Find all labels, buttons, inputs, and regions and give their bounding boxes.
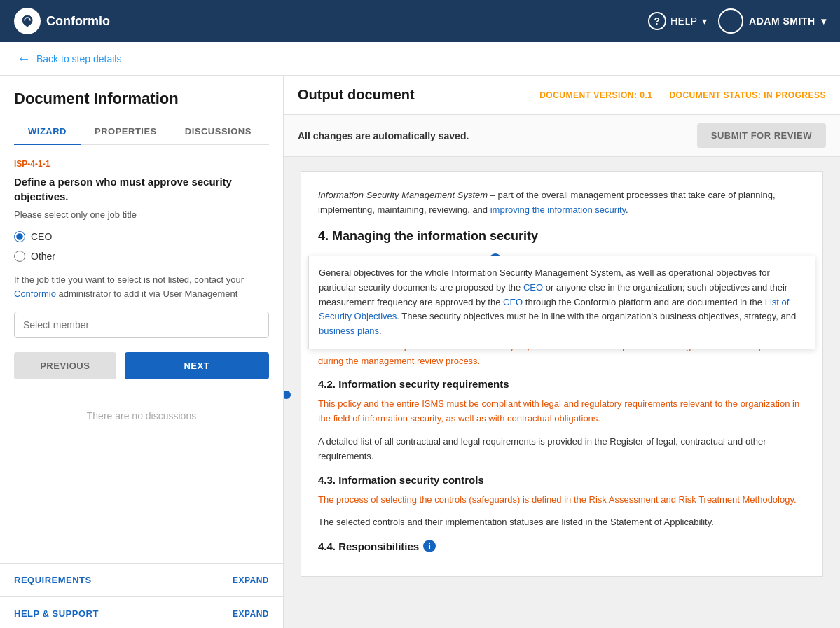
output-doc-title: Output document: [298, 87, 415, 103]
right-panel-header: Output document DOCUMENT VERSION: 0.1 DO…: [284, 76, 840, 115]
section4-heading: 4. Managing the information security: [318, 229, 806, 244]
section43-heading: 4.3. Information security controls: [318, 474, 806, 486]
list-link: List of Security Objectives: [319, 297, 789, 322]
doc-meta: DOCUMENT VERSION: 0.1 DOCUMENT STATUS: I…: [539, 90, 826, 100]
radio-group: CEO Other: [14, 231, 269, 262]
requirements-expand: EXPAND: [233, 575, 269, 585]
conformio-link[interactable]: Conformio: [14, 288, 56, 299]
doc-status: DOCUMENT STATUS: IN PROGRESS: [669, 90, 826, 100]
back-arrow-icon[interactable]: ←: [17, 50, 31, 67]
help-chevron-icon: ▾: [702, 15, 708, 27]
ceo-link1: CEO: [523, 282, 543, 293]
para3-text: This policy and the entire ISMS must be …: [318, 397, 806, 426]
help-circle-icon: ?: [648, 12, 666, 30]
wizard-buttons: PREVIOUS NEXT: [14, 352, 269, 379]
help-button[interactable]: ? HELP ▾: [648, 12, 707, 30]
doc-intro-text: Information Security Management System –…: [318, 188, 806, 218]
business-plans-link: business plans: [319, 326, 379, 336]
user-name: ADAM SMITH: [749, 15, 815, 27]
doc-version: DOCUMENT VERSION: 0.1: [539, 90, 652, 100]
step-instruction: Please select only one job title: [14, 209, 269, 220]
step-question: Define a person who must approve securit…: [14, 174, 269, 204]
logo-text: Conformio: [46, 14, 110, 29]
section44-info-icon[interactable]: i: [423, 540, 436, 552]
doc-status-label: DOCUMENT STATUS:: [669, 90, 761, 100]
improving-link[interactable]: improving the information security: [490, 204, 626, 215]
doc-toolbar: All changes are automatically saved. SUB…: [284, 115, 840, 157]
doc-version-value: 0.1: [640, 90, 652, 100]
submit-for-review-button[interactable]: SUBMIT FOR REVIEW: [697, 123, 826, 148]
main-header: Conformio ? HELP ▾ ADAM SMITH ▾: [0, 0, 840, 42]
doc-status-value: IN PROGRESS: [764, 90, 826, 100]
help-support-section[interactable]: HELP & SUPPORT EXPAND: [0, 596, 283, 628]
section44-heading: 4.4. Responsibilities i: [318, 540, 806, 552]
requirements-label: REQUIREMENTS: [14, 575, 92, 585]
radio-other[interactable]: Other: [14, 251, 269, 262]
para4-text: A detailed list of all contractual and l…: [318, 435, 806, 464]
para6-text: The selected controls and their implemen…: [318, 515, 806, 530]
next-button[interactable]: NEXT: [125, 352, 269, 379]
doc-inner: Information Security Management System –…: [301, 171, 823, 577]
logo-icon: [14, 8, 41, 34]
no-discussions-text: There are no discussions: [14, 396, 269, 435]
wizard-content: ISP-4-1-1 Define a person who must appro…: [0, 145, 283, 563]
help-support-expand: EXPAND: [233, 609, 269, 619]
section-indicator: [284, 391, 291, 399]
ceo-link2: CEO: [503, 297, 523, 307]
previous-button[interactable]: PREVIOUS: [14, 352, 116, 379]
tabs: WIZARD PROPERTIES DISCUSSIONS: [14, 119, 269, 145]
select-member-input[interactable]: [14, 312, 269, 338]
radio-other-label: Other: [31, 251, 55, 262]
logo: Conformio: [14, 8, 110, 34]
header-right: ? HELP ▾ ADAM SMITH ▾: [648, 8, 826, 34]
back-link[interactable]: Back to step details: [36, 53, 121, 64]
user-chevron-icon: ▾: [821, 15, 827, 27]
doc-version-label: DOCUMENT VERSION:: [539, 90, 637, 100]
radio-ceo-label: CEO: [31, 231, 52, 242]
breadcrumb-bar: ← Back to step details: [0, 42, 840, 76]
help-support-label: HELP & SUPPORT: [14, 608, 99, 619]
left-panel-header: Document Information WIZARD PROPERTIES D…: [0, 76, 283, 145]
radio-other-input[interactable]: [14, 251, 25, 262]
auto-save-text: All changes are automatically saved.: [298, 130, 469, 141]
left-panel: Document Information WIZARD PROPERTIES D…: [0, 76, 284, 628]
para5-text: The process of selecting the controls (s…: [318, 493, 806, 508]
tab-discussions[interactable]: DISCUSSIONS: [171, 119, 266, 145]
info-text: If the job title you want to select is n…: [14, 273, 269, 300]
requirements-section[interactable]: REQUIREMENTS EXPAND: [0, 563, 283, 596]
tab-properties[interactable]: PROPERTIES: [81, 119, 171, 145]
help-label: HELP: [670, 15, 698, 27]
main-container: Document Information WIZARD PROPERTIES D…: [0, 76, 840, 628]
radio-ceo[interactable]: CEO: [14, 231, 269, 242]
tooltip-popup: General objectives for the whole Informa…: [308, 256, 815, 349]
left-panel-title: Document Information: [14, 90, 269, 108]
radio-ceo-input[interactable]: [14, 231, 25, 242]
doc-content[interactable]: Information Security Management System –…: [284, 157, 840, 628]
right-panel: Output document DOCUMENT VERSION: 0.1 DO…: [284, 76, 840, 628]
user-menu-button[interactable]: ADAM SMITH ▾: [718, 8, 826, 34]
step-id: ISP-4-1-1: [14, 159, 269, 169]
section42-heading: 4.2. Information security requirements: [318, 378, 806, 390]
tab-wizard[interactable]: WIZARD: [14, 119, 81, 145]
user-avatar: [718, 8, 743, 34]
